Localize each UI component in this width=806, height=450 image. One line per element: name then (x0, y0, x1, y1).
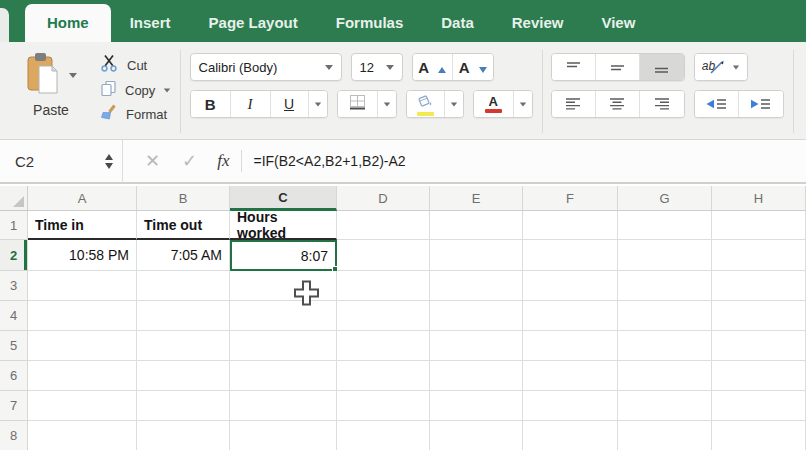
row-header-5[interactable]: 5 (0, 331, 28, 361)
cell-H6[interactable] (712, 361, 806, 391)
cell-E4[interactable] (430, 301, 523, 331)
cell-G3[interactable] (618, 271, 712, 301)
cell-D3[interactable] (337, 271, 430, 301)
cell-H7[interactable] (712, 391, 806, 421)
cell-D6[interactable] (337, 361, 430, 391)
row-header-8[interactable]: 8 (0, 421, 28, 450)
cell-B2[interactable]: 7:05 AM (137, 240, 230, 271)
cell-B7[interactable] (137, 391, 230, 421)
paste-button[interactable]: Paste (12, 50, 90, 133)
cell-G8[interactable] (618, 421, 712, 450)
cell-G5[interactable] (618, 331, 712, 361)
decrease-indent-button[interactable] (695, 91, 739, 117)
cell-C4[interactable] (230, 301, 337, 331)
enter-button[interactable]: ✓ (182, 150, 197, 172)
cell-E1[interactable] (430, 211, 523, 240)
row-header-3[interactable]: 3 (0, 271, 28, 301)
cell-C7[interactable] (230, 391, 337, 421)
cell-G1[interactable] (618, 211, 712, 240)
cell-H8[interactable] (712, 421, 806, 450)
cell-D8[interactable] (337, 421, 430, 450)
cell-C5[interactable] (230, 331, 337, 361)
align-right-button[interactable] (640, 91, 684, 117)
cell-H2[interactable] (712, 240, 806, 271)
cell-D2[interactable] (337, 240, 430, 271)
font-name-select[interactable]: Calibri (Body) (190, 53, 342, 81)
cell-C3[interactable] (230, 271, 337, 301)
cell-A6[interactable] (28, 361, 137, 391)
copy-button[interactable]: Copy (100, 80, 171, 101)
row-header-2[interactable]: 2 (0, 240, 28, 271)
cell-E7[interactable] (430, 391, 523, 421)
cell-E6[interactable] (430, 361, 523, 391)
cell-B6[interactable] (137, 361, 230, 391)
cell-F5[interactable] (523, 331, 618, 361)
cell-B5[interactable] (137, 331, 230, 361)
font-color-dropdown[interactable] (514, 91, 532, 117)
tab-insert[interactable]: Insert (111, 4, 190, 42)
tab-formulas[interactable]: Formulas (317, 4, 423, 42)
column-header-B[interactable]: B (137, 186, 230, 211)
cell-F2[interactable] (523, 240, 618, 271)
fill-color-button[interactable] (407, 91, 445, 117)
cell-A4[interactable] (28, 301, 137, 331)
cell-G6[interactable] (618, 361, 712, 391)
cell-F4[interactable] (523, 301, 618, 331)
cell-H1[interactable] (712, 211, 806, 240)
cell-A1[interactable]: Time in (28, 211, 137, 240)
cell-H4[interactable] (712, 301, 806, 331)
cell-E3[interactable] (430, 271, 523, 301)
cut-button[interactable]: Cut (100, 54, 171, 76)
underline-button[interactable]: U (271, 91, 309, 117)
italic-button[interactable]: I (231, 91, 271, 117)
row-header-7[interactable]: 7 (0, 391, 28, 421)
cell-H3[interactable] (712, 271, 806, 301)
cell-B3[interactable] (137, 271, 230, 301)
cell-F8[interactable] (523, 421, 618, 450)
row-header-6[interactable]: 6 (0, 361, 28, 391)
cell-D5[interactable] (337, 331, 430, 361)
cell-B8[interactable] (137, 421, 230, 450)
borders-dropdown[interactable] (378, 91, 396, 117)
name-box-stepper[interactable] (105, 154, 113, 169)
cell-E2[interactable] (430, 240, 523, 271)
column-header-G[interactable]: G (618, 186, 712, 211)
format-painter-button[interactable]: Format (100, 104, 171, 125)
increase-indent-button[interactable] (739, 91, 783, 117)
cell-D1[interactable] (337, 211, 430, 240)
cell-B1[interactable]: Time out (137, 211, 230, 240)
align-bottom-button[interactable] (640, 54, 684, 80)
font-size-select[interactable]: 12 (351, 53, 403, 81)
align-middle-button[interactable] (596, 54, 640, 80)
cell-C1[interactable]: Hours worked (230, 211, 337, 240)
cell-A5[interactable] (28, 331, 137, 361)
fill-color-dropdown[interactable] (445, 91, 463, 117)
cell-A8[interactable] (28, 421, 137, 450)
cell-F7[interactable] (523, 391, 618, 421)
text-orientation-button[interactable]: ab (695, 54, 747, 80)
tab-page-layout[interactable]: Page Layout (190, 4, 317, 42)
column-header-C[interactable]: C (230, 186, 337, 211)
formula-input[interactable]: =IF(B2<A2,B2+1,B2)-A2 (253, 153, 405, 169)
tab-data[interactable]: Data (422, 4, 493, 42)
cell-E8[interactable] (430, 421, 523, 450)
cell-A3[interactable] (28, 271, 137, 301)
bold-button[interactable]: B (191, 91, 231, 117)
column-header-E[interactable]: E (430, 186, 523, 211)
row-header-1[interactable]: 1 (0, 211, 28, 240)
select-all-corner[interactable] (0, 186, 28, 211)
cell-A7[interactable] (28, 391, 137, 421)
align-center-button[interactable] (596, 91, 640, 117)
name-box[interactable]: C2 (0, 140, 122, 182)
grow-font-button[interactable]: A (413, 54, 453, 80)
cell-H5[interactable] (712, 331, 806, 361)
row-header-4[interactable]: 4 (0, 301, 28, 331)
column-header-A[interactable]: A (28, 186, 137, 211)
shrink-font-button[interactable]: A (453, 54, 493, 80)
align-left-button[interactable] (552, 91, 596, 117)
cell-F3[interactable] (523, 271, 618, 301)
column-header-F[interactable]: F (523, 186, 618, 211)
insert-function-button[interactable]: fx (217, 151, 229, 171)
underline-dropdown[interactable] (309, 91, 327, 117)
cell-G7[interactable] (618, 391, 712, 421)
